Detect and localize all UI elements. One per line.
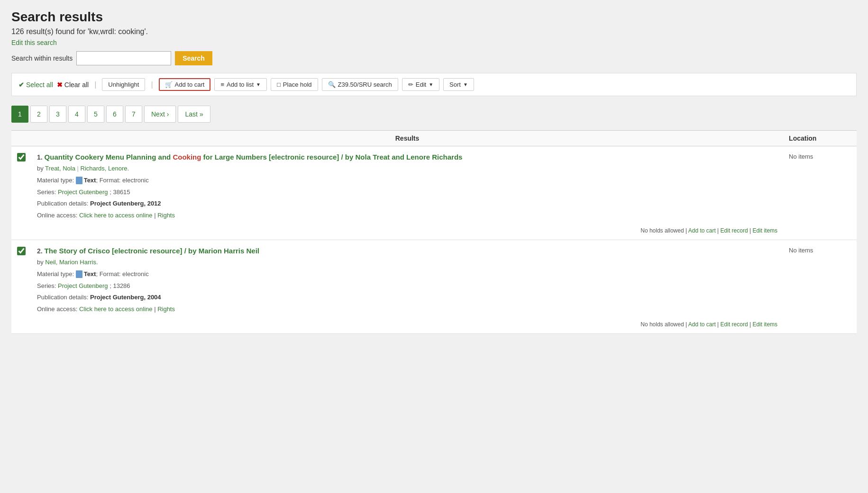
result-content-1: 1. Quantity Cookery Menu Planning and Co…: [31, 146, 783, 240]
result-number-1: 1.: [37, 153, 45, 161]
result-actions-1: No holds allowed | Add to cart | Edit re…: [37, 224, 777, 234]
page-5[interactable]: 5: [87, 106, 104, 123]
result-title-1[interactable]: Quantity Cookery Menu Planning and Cooki…: [45, 153, 463, 161]
series-link-1[interactable]: Project Gutenberg: [58, 188, 108, 196]
search-within-input[interactable]: [76, 51, 171, 65]
page-next-button[interactable]: Next ›: [144, 106, 176, 123]
edit-label: Edit: [416, 81, 426, 88]
author-link-1-1[interactable]: Richards, Lenore.: [81, 165, 129, 172]
result-series-1: Series: Project Gutenberg ; 38615: [37, 188, 777, 197]
edit-search-link[interactable]: Edit this search: [11, 39, 57, 46]
add-to-list-button[interactable]: ≡ Add to list ▼: [214, 78, 267, 91]
edit-record-link-1[interactable]: Edit record: [721, 227, 748, 234]
result-number-2: 2.: [37, 247, 45, 255]
toolbar: ✔ Select all ✖ Clear all | Unhighlight |…: [11, 73, 857, 96]
search-within-label: Search within results: [11, 54, 73, 62]
search-within-button[interactable]: Search: [175, 51, 212, 65]
result-title-2[interactable]: The Story of Crisco [electronic resource…: [45, 247, 259, 255]
result-content-2: 2. The Story of Crisco [electronic resou…: [31, 240, 783, 333]
table-row: 2. The Story of Crisco [electronic resou…: [11, 240, 857, 333]
col-location-header: Location: [783, 131, 857, 146]
search-within-row: Search within results Search: [11, 51, 857, 65]
edit-items-link-1[interactable]: Edit items: [752, 227, 777, 234]
author-link-2-0[interactable]: Neil, Marion Harris.: [45, 259, 98, 266]
page-6[interactable]: 6: [106, 106, 123, 123]
edit-caret: ▼: [429, 82, 433, 87]
pagination: 1 2 3 4 5 6 7 Next › Last »: [11, 106, 857, 123]
add-to-list-caret: ▼: [256, 82, 261, 87]
sort-label: Sort: [449, 81, 461, 88]
result-authors-1: by Treat, Nola | Richards, Lenore.: [37, 164, 777, 174]
add-to-cart-link-1[interactable]: Add to cart: [688, 227, 716, 234]
rights-link-2[interactable]: Rights: [157, 305, 175, 313]
add-to-list-label: Add to list: [227, 81, 254, 88]
z3950-label: Z39.50/SRU search: [338, 81, 392, 88]
select-all-label: Select all: [26, 81, 53, 89]
divider-2: |: [151, 81, 153, 89]
result-checkbox-1[interactable]: [17, 153, 26, 161]
add-to-cart-link-2[interactable]: Add to cart: [688, 321, 716, 328]
add-to-cart-button[interactable]: 🛒 Add to cart: [159, 78, 211, 91]
page-1[interactable]: 1: [11, 106, 28, 123]
search-icon: 🔍: [328, 81, 336, 88]
page-7[interactable]: 7: [125, 106, 142, 123]
page-2[interactable]: 2: [30, 106, 47, 123]
x-icon: ✖: [57, 81, 63, 89]
sort-button[interactable]: Sort ▼: [443, 78, 474, 91]
next-icon: ›: [167, 110, 169, 118]
result-series-2: Series: Project Gutenberg ; 13286: [37, 281, 777, 291]
material-icon-1: [76, 177, 82, 184]
results-table: Results Location 1. Quantity Cookery Men…: [11, 130, 857, 334]
series-link-2[interactable]: Project Gutenberg: [58, 282, 108, 289]
material-icon-2: [76, 270, 82, 278]
result-pub-1: Publication details: Project Gutenberg, …: [37, 199, 777, 209]
edit-button[interactable]: ✏ Edit ▼: [402, 78, 439, 91]
result-location-1: No items: [783, 146, 857, 240]
place-hold-button[interactable]: □ Place hold: [271, 78, 318, 91]
edit-items-link-2[interactable]: Edit items: [752, 321, 777, 328]
clear-all-label: Clear all: [64, 81, 89, 89]
result-material-2: Material type: Text; Format: electronic: [37, 269, 777, 279]
result-actions-2: No holds allowed | Add to cart | Edit re…: [37, 318, 777, 328]
last-icon: »: [200, 110, 203, 118]
col-results-header: Results: [31, 131, 783, 146]
select-all-button[interactable]: ✔ Select all: [18, 81, 53, 89]
page-last-button[interactable]: Last »: [178, 106, 210, 123]
sort-caret: ▼: [463, 82, 468, 87]
result-online-1: Online access: Click here to access onli…: [37, 211, 777, 221]
rights-link-1[interactable]: Rights: [157, 212, 175, 219]
result-pub-2: Publication details: Project Gutenberg, …: [37, 293, 777, 303]
divider-1: |: [94, 81, 96, 89]
page-title: Search results: [11, 9, 857, 25]
place-hold-label: Place hold: [283, 81, 312, 88]
clear-all-button[interactable]: ✖ Clear all: [57, 81, 89, 89]
next-label: Next: [151, 110, 165, 118]
result-title-highlight-1: Cooking: [173, 153, 201, 161]
unhighlight-label: Unhighlight: [108, 81, 139, 88]
list-icon: ≡: [220, 81, 224, 88]
cart-icon: 🛒: [165, 81, 173, 88]
table-row: 1. Quantity Cookery Menu Planning and Co…: [11, 146, 857, 240]
hold-icon: □: [277, 81, 281, 88]
author-link-1-0[interactable]: Treat, Nola: [45, 165, 75, 172]
add-to-cart-label: Add to cart: [175, 81, 205, 88]
edit-record-link-2[interactable]: Edit record: [721, 321, 748, 328]
check-icon: ✔: [18, 81, 24, 89]
result-material-1: Material type: Text; Format: electronic: [37, 176, 777, 186]
result-authors-2: by Neil, Marion Harris.: [37, 258, 777, 268]
online-link-2[interactable]: Click here to access online: [79, 305, 153, 313]
results-summary: 126 result(s) found for 'kw,wrdl: cookin…: [11, 27, 857, 36]
result-location-2: No items: [783, 240, 857, 333]
unhighlight-button[interactable]: Unhighlight: [102, 78, 145, 91]
result-checkbox-2[interactable]: [17, 247, 26, 255]
z3950-button[interactable]: 🔍 Z39.50/SRU search: [322, 78, 398, 91]
col-check-header: [11, 131, 31, 146]
result-online-2: Online access: Click here to access onli…: [37, 305, 777, 314]
page-4[interactable]: 4: [68, 106, 85, 123]
last-label: Last: [185, 110, 197, 118]
edit-icon: ✏: [408, 81, 413, 88]
page-3[interactable]: 3: [49, 106, 66, 123]
online-link-1[interactable]: Click here to access online: [79, 212, 153, 219]
